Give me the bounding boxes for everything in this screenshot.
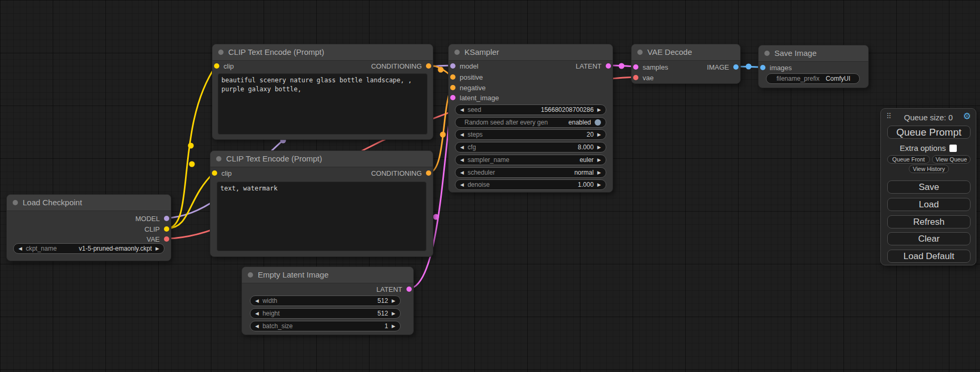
node-title-bar[interactable]: VAE Decode bbox=[632, 44, 740, 61]
model-slot-dot-icon[interactable] bbox=[450, 63, 455, 69]
settings-gear-icon[interactable]: ⚙ bbox=[963, 112, 971, 121]
width-widget[interactable]: ◀ width 512 ▶ bbox=[250, 295, 401, 306]
increment-arrow-icon[interactable]: ▶ bbox=[392, 321, 395, 331]
decrement-arrow-icon[interactable]: ◀ bbox=[255, 295, 259, 306]
output-slot-latent[interactable]: LATENT bbox=[576, 61, 611, 71]
collapse-dot-icon[interactable] bbox=[764, 51, 770, 56]
latent-slot-dot-icon[interactable] bbox=[606, 63, 611, 69]
collapse-dot-icon[interactable] bbox=[13, 200, 18, 205]
load-button[interactable]: Load bbox=[887, 198, 971, 211]
conditioning-slot-dot-icon[interactable] bbox=[426, 63, 431, 69]
decrement-arrow-icon[interactable]: ◀ bbox=[460, 142, 464, 152]
collapse-dot-icon[interactable] bbox=[248, 272, 253, 278]
filename-prefix-widget[interactable]: filename_prefix ComfyUI bbox=[766, 73, 860, 84]
steps-widget[interactable]: ◀ steps 20 ▶ bbox=[455, 129, 606, 140]
decrement-arrow-icon[interactable]: ◀ bbox=[255, 308, 259, 319]
decrement-arrow-icon[interactable]: ◀ bbox=[460, 167, 464, 178]
node-load-checkpoint[interactable]: Load Checkpoint MODEL CLIP VAE ◀ ckpt_na… bbox=[6, 194, 171, 261]
node-title-bar[interactable]: Save Image bbox=[759, 45, 868, 62]
refresh-button[interactable]: Refresh bbox=[887, 215, 971, 228]
node-vae-decode[interactable]: VAE Decode samples vae IMAGE bbox=[631, 44, 741, 84]
decrement-arrow-icon[interactable]: ◀ bbox=[460, 179, 464, 190]
vae-slot-dot-icon[interactable] bbox=[633, 75, 638, 80]
conditioning-slot-dot-icon[interactable] bbox=[450, 74, 455, 80]
increment-arrow-icon[interactable]: ▶ bbox=[597, 167, 601, 178]
increment-arrow-icon[interactable]: ▶ bbox=[597, 104, 601, 115]
output-slot-clip[interactable]: CLIP bbox=[144, 224, 169, 234]
input-slot-images[interactable]: images bbox=[760, 62, 792, 73]
output-slot-vae[interactable]: VAE bbox=[147, 234, 169, 244]
latent-slot-dot-icon[interactable] bbox=[633, 64, 638, 70]
save-button[interactable]: Save bbox=[887, 180, 971, 194]
node-title-bar[interactable]: CLIP Text Encode (Prompt) bbox=[212, 44, 433, 61]
input-slot-negative[interactable]: negative bbox=[450, 82, 486, 93]
increment-arrow-icon[interactable]: ▶ bbox=[597, 155, 601, 165]
increment-arrow-icon[interactable]: ▶ bbox=[392, 295, 395, 306]
increment-arrow-icon[interactable]: ▶ bbox=[392, 308, 395, 319]
input-slot-clip[interactable]: clip bbox=[214, 61, 234, 71]
decrement-arrow-icon[interactable]: ◀ bbox=[18, 243, 22, 254]
ckpt-name-widget[interactable]: ◀ ckpt_name v1-5-pruned-emaonly.ckpt ▶ bbox=[13, 243, 164, 254]
prompt-textarea[interactable]: beautiful scenery nature glass bottle la… bbox=[218, 73, 428, 135]
input-slot-latent-image[interactable]: latent_image bbox=[450, 92, 499, 103]
toggle-dot-icon[interactable] bbox=[595, 119, 601, 126]
image-slot-dot-icon[interactable] bbox=[733, 64, 739, 70]
node-title-bar[interactable]: CLIP Text Encode (Prompt) bbox=[210, 151, 433, 167]
increment-arrow-icon[interactable]: ▶ bbox=[597, 179, 601, 190]
node-title-bar[interactable]: Empty Latent Image bbox=[242, 267, 413, 283]
output-slot-conditioning[interactable]: CONDITIONING bbox=[371, 168, 431, 178]
collapse-dot-icon[interactable] bbox=[218, 50, 224, 55]
node-graph-canvas[interactable]: Load Checkpoint MODEL CLIP VAE ◀ ckpt_na… bbox=[0, 0, 980, 372]
image-slot-dot-icon[interactable] bbox=[760, 65, 765, 70]
node-title-bar[interactable]: Load Checkpoint bbox=[7, 195, 171, 211]
collapse-dot-icon[interactable] bbox=[216, 156, 221, 161]
node-title-bar[interactable]: KSampler bbox=[449, 44, 613, 61]
queue-front-button[interactable]: Queue Front bbox=[887, 155, 930, 164]
node-empty-latent-image[interactable]: Empty Latent Image LATENT ◀ width 512 ▶ … bbox=[241, 266, 414, 335]
decrement-arrow-icon[interactable]: ◀ bbox=[460, 155, 464, 165]
sampler-name-widget[interactable]: ◀ sampler_name euler ▶ bbox=[455, 155, 606, 165]
load-default-button[interactable]: Load Default bbox=[887, 250, 971, 263]
output-slot-conditioning[interactable]: CONDITIONING bbox=[371, 61, 431, 71]
latent-slot-dot-icon[interactable] bbox=[406, 287, 412, 292]
conditioning-slot-dot-icon[interactable] bbox=[450, 85, 455, 90]
queue-prompt-button[interactable]: Queue Prompt bbox=[887, 126, 971, 139]
input-slot-vae[interactable]: vae bbox=[633, 72, 654, 83]
output-slot-latent[interactable]: LATENT bbox=[376, 284, 412, 294]
seed-widget[interactable]: ◀ seed 156680208700286 ▶ bbox=[455, 104, 606, 115]
output-slot-model[interactable]: MODEL bbox=[135, 213, 169, 224]
vae-slot-dot-icon[interactable] bbox=[164, 236, 169, 242]
view-queue-button[interactable]: View Queue bbox=[932, 155, 971, 164]
output-slot-image[interactable]: IMAGE bbox=[707, 62, 739, 72]
height-widget[interactable]: ◀ height 512 ▶ bbox=[250, 308, 401, 319]
increment-arrow-icon[interactable]: ▶ bbox=[597, 129, 601, 140]
model-slot-dot-icon[interactable] bbox=[164, 216, 169, 221]
clip-slot-dot-icon[interactable] bbox=[214, 63, 219, 69]
input-slot-positive[interactable]: positive bbox=[450, 72, 483, 82]
input-slot-samples[interactable]: samples bbox=[633, 62, 668, 72]
view-history-button[interactable]: View History bbox=[909, 165, 949, 173]
scheduler-widget[interactable]: ◀ scheduler normal ▶ bbox=[455, 167, 606, 178]
clear-button[interactable]: Clear bbox=[887, 232, 971, 245]
latent-slot-dot-icon[interactable] bbox=[450, 95, 455, 100]
input-slot-clip[interactable]: clip bbox=[212, 168, 232, 178]
clip-slot-dot-icon[interactable] bbox=[164, 226, 169, 232]
node-clip-text-encode-positive[interactable]: CLIP Text Encode (Prompt) clip CONDITION… bbox=[212, 44, 433, 140]
decrement-arrow-icon[interactable]: ◀ bbox=[460, 104, 464, 115]
random-seed-toggle-widget[interactable]: Random seed after every gen enabled bbox=[455, 117, 606, 128]
decrement-arrow-icon[interactable]: ◀ bbox=[255, 321, 259, 331]
collapse-dot-icon[interactable] bbox=[454, 50, 460, 55]
denoise-widget[interactable]: ◀ denoise 1.000 ▶ bbox=[455, 179, 606, 190]
clip-slot-dot-icon[interactable] bbox=[212, 170, 217, 176]
node-ksampler[interactable]: KSampler model positive negative latent_… bbox=[448, 44, 613, 193]
decrement-arrow-icon[interactable]: ◀ bbox=[460, 129, 464, 140]
node-save-image[interactable]: Save Image images filename_prefix ComfyU… bbox=[758, 45, 869, 88]
prompt-textarea[interactable]: text, watermark bbox=[217, 182, 426, 251]
batch-size-widget[interactable]: ◀ batch_size 1 ▶ bbox=[250, 321, 401, 331]
increment-arrow-icon[interactable]: ▶ bbox=[156, 243, 159, 254]
conditioning-slot-dot-icon[interactable] bbox=[426, 170, 431, 176]
cfg-widget[interactable]: ◀ cfg 8.000 ▶ bbox=[455, 142, 606, 152]
extra-options-checkbox[interactable] bbox=[949, 145, 957, 152]
collapse-dot-icon[interactable] bbox=[637, 50, 643, 55]
input-slot-model[interactable]: model bbox=[450, 61, 478, 71]
